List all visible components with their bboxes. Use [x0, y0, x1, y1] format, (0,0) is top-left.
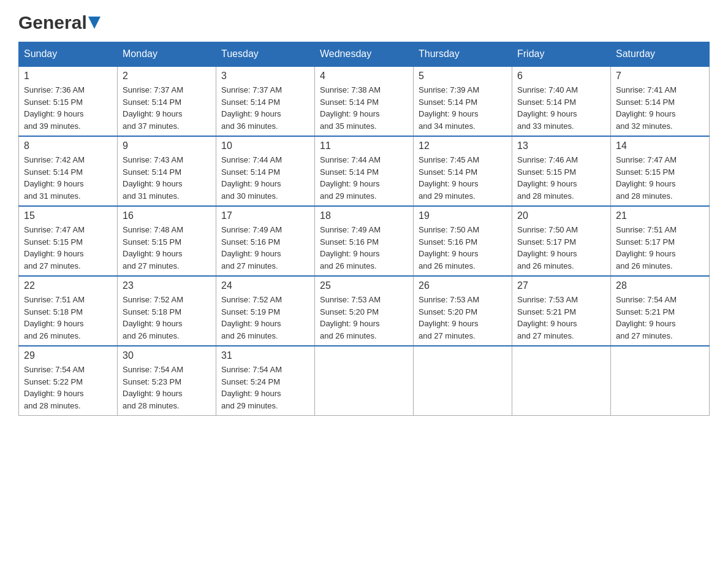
calendar-cell: 18Sunrise: 7:49 AMSunset: 5:16 PMDayligh…	[315, 206, 414, 276]
calendar-cell: 13Sunrise: 7:46 AMSunset: 5:15 PMDayligh…	[512, 136, 611, 206]
calendar-cell: 5Sunrise: 7:39 AMSunset: 5:14 PMDaylight…	[414, 66, 512, 136]
day-number: 27	[517, 280, 605, 291]
calendar-cell: 17Sunrise: 7:49 AMSunset: 5:16 PMDayligh…	[216, 206, 315, 276]
day-info: Sunrise: 7:43 AMSunset: 5:14 PMDaylight:…	[123, 154, 211, 202]
logo-triangle-icon	[88, 17, 100, 29]
calendar-body: 1Sunrise: 7:36 AMSunset: 5:15 PMDaylight…	[19, 66, 710, 416]
day-info: Sunrise: 7:49 AMSunset: 5:16 PMDaylight:…	[320, 224, 408, 272]
calendar-table: SundayMondayTuesdayWednesdayThursdayFrid…	[18, 42, 710, 416]
calendar-cell: 28Sunrise: 7:54 AMSunset: 5:21 PMDayligh…	[611, 276, 710, 346]
calendar-cell: 11Sunrise: 7:44 AMSunset: 5:14 PMDayligh…	[315, 136, 414, 206]
calendar-cell: 25Sunrise: 7:53 AMSunset: 5:20 PMDayligh…	[315, 276, 414, 346]
calendar-cell: 21Sunrise: 7:51 AMSunset: 5:17 PMDayligh…	[611, 206, 710, 276]
day-number: 22	[24, 280, 112, 291]
day-info: Sunrise: 7:48 AMSunset: 5:15 PMDaylight:…	[123, 224, 211, 272]
day-info: Sunrise: 7:41 AMSunset: 5:14 PMDaylight:…	[616, 84, 704, 132]
day-info: Sunrise: 7:44 AMSunset: 5:14 PMDaylight:…	[221, 154, 309, 202]
day-number: 7	[616, 71, 704, 82]
calendar-cell: 22Sunrise: 7:51 AMSunset: 5:18 PMDayligh…	[19, 276, 118, 346]
calendar-cell: 12Sunrise: 7:45 AMSunset: 5:14 PMDayligh…	[414, 136, 512, 206]
day-info: Sunrise: 7:51 AMSunset: 5:17 PMDaylight:…	[616, 224, 704, 272]
calendar-cell	[414, 346, 512, 416]
day-number: 6	[517, 71, 605, 82]
calendar-cell: 29Sunrise: 7:54 AMSunset: 5:22 PMDayligh…	[19, 346, 118, 416]
day-info: Sunrise: 7:42 AMSunset: 5:14 PMDaylight:…	[24, 154, 112, 202]
calendar-cell	[315, 346, 414, 416]
day-info: Sunrise: 7:54 AMSunset: 5:21 PMDaylight:…	[616, 294, 704, 342]
day-info: Sunrise: 7:39 AMSunset: 5:14 PMDaylight:…	[419, 84, 507, 132]
calendar-cell: 23Sunrise: 7:52 AMSunset: 5:18 PMDayligh…	[118, 276, 216, 346]
day-number: 8	[24, 140, 112, 151]
day-info: Sunrise: 7:53 AMSunset: 5:20 PMDaylight:…	[320, 294, 408, 342]
day-info: Sunrise: 7:53 AMSunset: 5:21 PMDaylight:…	[517, 294, 605, 342]
calendar-cell: 20Sunrise: 7:50 AMSunset: 5:17 PMDayligh…	[512, 206, 611, 276]
week-row-5: 29Sunrise: 7:54 AMSunset: 5:22 PMDayligh…	[19, 346, 710, 416]
day-info: Sunrise: 7:49 AMSunset: 5:16 PMDaylight:…	[221, 224, 309, 272]
day-info: Sunrise: 7:51 AMSunset: 5:18 PMDaylight:…	[24, 294, 112, 342]
calendar-cell: 1Sunrise: 7:36 AMSunset: 5:15 PMDaylight…	[19, 66, 118, 136]
day-info: Sunrise: 7:54 AMSunset: 5:24 PMDaylight:…	[221, 364, 309, 412]
header-monday: Monday	[118, 42, 216, 67]
day-info: Sunrise: 7:54 AMSunset: 5:22 PMDaylight:…	[24, 364, 112, 412]
calendar-cell: 24Sunrise: 7:52 AMSunset: 5:19 PMDayligh…	[216, 276, 315, 346]
calendar-header-row: SundayMondayTuesdayWednesdayThursdayFrid…	[19, 42, 710, 67]
day-number: 2	[123, 71, 211, 82]
day-number: 13	[517, 140, 605, 151]
day-info: Sunrise: 7:38 AMSunset: 5:14 PMDaylight:…	[320, 84, 408, 132]
day-number: 21	[616, 210, 704, 221]
day-info: Sunrise: 7:40 AMSunset: 5:14 PMDaylight:…	[517, 84, 605, 132]
day-number: 12	[419, 140, 507, 151]
logo-general: General	[18, 12, 87, 33]
day-info: Sunrise: 7:52 AMSunset: 5:18 PMDaylight:…	[123, 294, 211, 342]
week-row-3: 15Sunrise: 7:47 AMSunset: 5:15 PMDayligh…	[19, 206, 710, 276]
calendar-cell: 26Sunrise: 7:53 AMSunset: 5:20 PMDayligh…	[414, 276, 512, 346]
day-info: Sunrise: 7:46 AMSunset: 5:15 PMDaylight:…	[517, 154, 605, 202]
day-info: Sunrise: 7:50 AMSunset: 5:16 PMDaylight:…	[419, 224, 507, 272]
day-number: 25	[320, 280, 408, 291]
header-tuesday: Tuesday	[216, 42, 315, 67]
calendar-cell: 10Sunrise: 7:44 AMSunset: 5:14 PMDayligh…	[216, 136, 315, 206]
calendar-cell	[512, 346, 611, 416]
day-number: 29	[24, 350, 112, 361]
day-info: Sunrise: 7:52 AMSunset: 5:19 PMDaylight:…	[221, 294, 309, 342]
day-number: 14	[616, 140, 704, 151]
day-number: 11	[320, 140, 408, 151]
header-thursday: Thursday	[414, 42, 512, 67]
day-number: 20	[517, 210, 605, 221]
day-number: 5	[419, 71, 507, 82]
day-info: Sunrise: 7:47 AMSunset: 5:15 PMDaylight:…	[24, 224, 112, 272]
calendar-cell: 7Sunrise: 7:41 AMSunset: 5:14 PMDaylight…	[611, 66, 710, 136]
header-wednesday: Wednesday	[315, 42, 414, 67]
day-number: 26	[419, 280, 507, 291]
calendar-cell: 8Sunrise: 7:42 AMSunset: 5:14 PMDaylight…	[19, 136, 118, 206]
calendar-cell: 9Sunrise: 7:43 AMSunset: 5:14 PMDaylight…	[118, 136, 216, 206]
day-info: Sunrise: 7:44 AMSunset: 5:14 PMDaylight:…	[320, 154, 408, 202]
calendar-cell: 6Sunrise: 7:40 AMSunset: 5:14 PMDaylight…	[512, 66, 611, 136]
calendar-cell: 27Sunrise: 7:53 AMSunset: 5:21 PMDayligh…	[512, 276, 611, 346]
week-row-1: 1Sunrise: 7:36 AMSunset: 5:15 PMDaylight…	[19, 66, 710, 136]
calendar-cell	[611, 346, 710, 416]
day-info: Sunrise: 7:47 AMSunset: 5:15 PMDaylight:…	[616, 154, 704, 202]
calendar-cell: 15Sunrise: 7:47 AMSunset: 5:15 PMDayligh…	[19, 206, 118, 276]
day-number: 24	[221, 280, 309, 291]
day-number: 1	[24, 71, 112, 82]
week-row-4: 22Sunrise: 7:51 AMSunset: 5:18 PMDayligh…	[19, 276, 710, 346]
day-number: 19	[419, 210, 507, 221]
day-number: 16	[123, 210, 211, 221]
day-number: 4	[320, 71, 408, 82]
day-info: Sunrise: 7:37 AMSunset: 5:14 PMDaylight:…	[221, 84, 309, 132]
header-sunday: Sunday	[19, 42, 118, 67]
day-number: 9	[123, 140, 211, 151]
day-number: 18	[320, 210, 408, 221]
calendar-cell: 16Sunrise: 7:48 AMSunset: 5:15 PMDayligh…	[118, 206, 216, 276]
day-info: Sunrise: 7:53 AMSunset: 5:20 PMDaylight:…	[419, 294, 507, 342]
logo: General	[18, 12, 100, 29]
calendar-cell: 3Sunrise: 7:37 AMSunset: 5:14 PMDaylight…	[216, 66, 315, 136]
page-header: General	[18, 12, 710, 29]
header-friday: Friday	[512, 42, 611, 67]
header-saturday: Saturday	[611, 42, 710, 67]
day-number: 28	[616, 280, 704, 291]
day-number: 15	[24, 210, 112, 221]
day-info: Sunrise: 7:54 AMSunset: 5:23 PMDaylight:…	[123, 364, 211, 412]
day-number: 31	[221, 350, 309, 361]
